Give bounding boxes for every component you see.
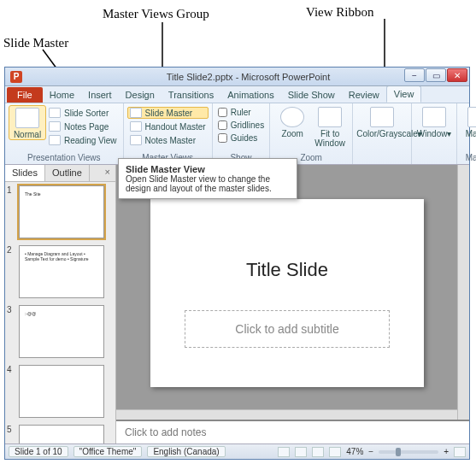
macros-icon xyxy=(467,107,476,127)
group-zoom: Zoom Fit to Window Zoom xyxy=(270,103,353,164)
tooltip-body: Open Slide Master view to change the des… xyxy=(126,174,272,193)
window-icon xyxy=(422,107,446,127)
slide-master-tooltip: Slide Master View Open Slide Master view… xyxy=(118,158,297,199)
thumb-slide[interactable]: :-@@ xyxy=(19,305,104,358)
thumb-tab-slides[interactable]: Slides xyxy=(5,165,45,181)
notes-page-button[interactable]: Notes Page xyxy=(46,120,120,132)
status-bar: Slide 1 of 10 "Office Theme" English (Ca… xyxy=(5,443,469,459)
slide-master-button[interactable]: Slide Master xyxy=(127,107,209,119)
tab-review[interactable]: Review xyxy=(342,87,386,103)
window-button[interactable]: Window▾ xyxy=(415,105,453,138)
view-slideshow-button[interactable] xyxy=(329,447,341,457)
vertical-scrollbar[interactable] xyxy=(457,165,469,420)
ruler-checkbox[interactable]: Ruler xyxy=(216,107,266,118)
workspace: Slides Outline × 1The Site2• Manage Diag… xyxy=(5,165,469,443)
zoom-icon xyxy=(280,107,304,127)
group-presentation-views: Normal Slide Sorter Notes Page Reading V… xyxy=(5,103,124,164)
ribbon: Normal Slide Sorter Notes Page Reading V… xyxy=(5,103,469,165)
view-reading-button[interactable] xyxy=(312,447,324,457)
view-sorter-button[interactable] xyxy=(295,447,307,457)
tab-animations[interactable]: Animations xyxy=(220,87,280,103)
thumb-number: 1 xyxy=(7,185,15,195)
normal-view-icon xyxy=(15,108,39,128)
thumb-row[interactable]: 2• Manage Diagram and Layout • Sample Te… xyxy=(7,245,114,298)
zoom-percent[interactable]: 47% xyxy=(346,447,363,456)
status-language[interactable]: English (Canada) xyxy=(147,446,225,457)
notes-pane[interactable]: Click to add notes xyxy=(116,420,469,443)
macros-button[interactable]: Macros xyxy=(461,105,476,138)
group-window: Window▾ xyxy=(412,103,457,164)
thumb-row[interactable]: 3:-@@ xyxy=(7,305,114,358)
ribbon-tabs: File Home Insert Design Transitions Anim… xyxy=(5,86,469,103)
tab-slide-show[interactable]: Slide Show xyxy=(281,87,342,103)
tooltip-title: Slide Master View xyxy=(126,164,205,174)
notes-master-icon xyxy=(130,135,142,145)
slide-master-icon xyxy=(130,108,142,118)
thumb-slide[interactable]: The Site xyxy=(19,185,104,238)
thumb-slide[interactable] xyxy=(19,425,104,443)
zoom-out-button[interactable]: − xyxy=(368,447,373,456)
fit-window-icon xyxy=(318,107,342,127)
thumb-number: 4 xyxy=(7,365,15,374)
group-color-grayscale: Color/Grayscale▾ xyxy=(353,103,412,164)
reading-view-icon xyxy=(49,135,61,145)
status-slide: Slide 1 of 10 xyxy=(9,446,68,457)
group-show: Ruler Gridlines Guides Show xyxy=(213,103,270,164)
tab-view[interactable]: View xyxy=(386,85,422,103)
minimize-button[interactable]: − xyxy=(404,68,425,82)
handout-master-icon xyxy=(130,121,142,132)
chevron-down-icon: ▾ xyxy=(447,129,451,138)
horizontal-scrollbar[interactable] xyxy=(116,409,457,420)
thumb-slide[interactable] xyxy=(19,365,104,418)
thumb-row[interactable]: 4 xyxy=(7,365,114,418)
thumb-row[interactable]: 1The Site xyxy=(7,185,114,238)
fit-slide-button[interactable] xyxy=(454,447,466,457)
normal-view-label: Normal xyxy=(14,130,41,139)
thumb-panel-close[interactable]: × xyxy=(100,165,115,181)
tab-home[interactable]: Home xyxy=(43,87,81,103)
maximize-button[interactable]: ▭ xyxy=(426,68,446,82)
slide-sorter-icon xyxy=(49,108,61,118)
powerpoint-icon: P xyxy=(10,71,22,83)
group-master-views: Slide Master Handout Master Notes Master… xyxy=(124,103,213,164)
zoom-slider[interactable] xyxy=(379,450,438,454)
tab-design[interactable]: Design xyxy=(119,87,162,103)
zoom-button[interactable]: Zoom xyxy=(273,105,311,138)
guides-checkbox[interactable]: Guides xyxy=(216,132,266,144)
gridlines-checkbox[interactable]: Gridlines xyxy=(216,120,266,131)
thumb-number: 5 xyxy=(7,425,15,434)
slide-canvas[interactable]: Title Slide Click to add subtitle xyxy=(150,199,424,387)
app-window: P Title Slide2.pptx - Microsoft PowerPoi… xyxy=(4,67,470,460)
normal-view-button[interactable]: Normal xyxy=(9,105,46,140)
color-grayscale-icon xyxy=(370,107,394,127)
thumbnail-panel: Slides Outline × 1The Site2• Manage Diag… xyxy=(5,165,116,443)
tab-transitions[interactable]: Transitions xyxy=(162,87,220,103)
close-button[interactable]: ✕ xyxy=(447,68,467,82)
notes-master-button[interactable]: Notes Master xyxy=(127,134,209,146)
thumb-tab-outline[interactable]: Outline xyxy=(45,165,90,181)
title-bar: P Title Slide2.pptx - Microsoft PowerPoi… xyxy=(5,68,469,86)
group-label-presentation-views: Presentation Views xyxy=(9,152,120,164)
slide-subtitle-placeholder[interactable]: Click to add subtitle xyxy=(185,310,390,348)
thumb-slide[interactable]: • Manage Diagram and Layout • Sample Tex… xyxy=(19,245,104,298)
zoom-in-button[interactable]: + xyxy=(444,447,449,456)
group-macros: Macros Macros xyxy=(457,103,476,164)
status-theme: "Office Theme" xyxy=(73,446,143,457)
notes-page-icon xyxy=(49,121,61,132)
slide-editor: Slide Master View Open Slide Master view… xyxy=(116,165,469,443)
slide-title[interactable]: Title Slide xyxy=(150,259,424,281)
tab-file[interactable]: File xyxy=(7,87,43,103)
view-normal-button[interactable] xyxy=(278,447,290,457)
thumb-number: 3 xyxy=(7,305,15,314)
tab-insert[interactable]: Insert xyxy=(81,87,119,103)
color-grayscale-button[interactable]: Color/Grayscale▾ xyxy=(356,105,408,138)
group-label-macros: Macros xyxy=(461,152,476,164)
fit-to-window-button[interactable]: Fit to Window xyxy=(311,105,349,148)
thumb-row[interactable]: 5 xyxy=(7,425,114,443)
slide-sorter-button[interactable]: Slide Sorter xyxy=(46,107,120,119)
handout-master-button[interactable]: Handout Master xyxy=(127,120,209,132)
reading-view-button[interactable]: Reading View xyxy=(46,134,120,146)
thumb-number: 2 xyxy=(7,245,15,255)
